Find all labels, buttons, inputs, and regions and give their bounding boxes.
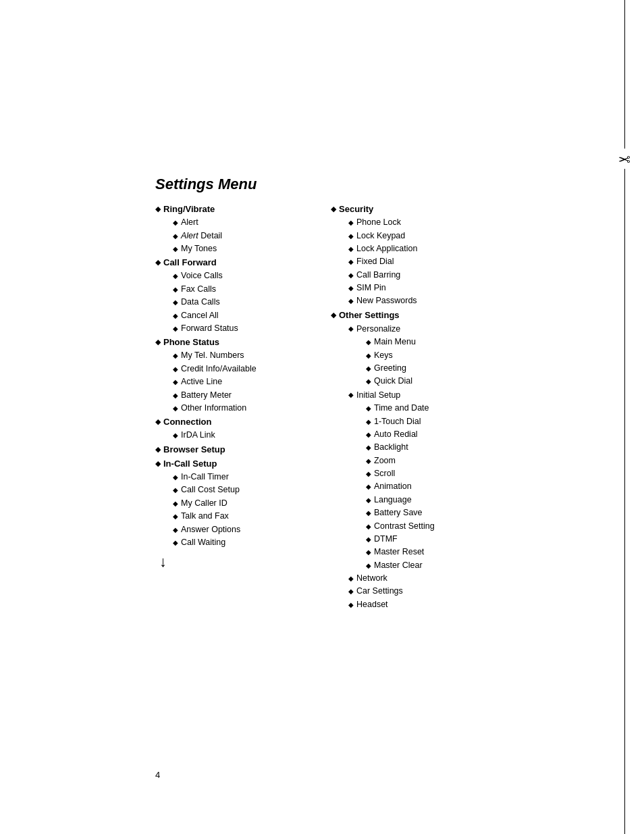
scissor-icon: ✂ (618, 150, 630, 167)
list-item: ◆ Network (348, 572, 435, 585)
list-item: ◆ Personalize ◆ Main Menu ◆ (348, 322, 435, 388)
list-item: ◆ Voice Calls (173, 269, 238, 282)
section-label: Call Forward (163, 257, 217, 267)
arrow-icon: ◆ (366, 337, 371, 348)
arrow-icon: ◆ (173, 284, 178, 295)
item-label: Lock Keypad (356, 230, 405, 242)
bullet-icon: ◆ (331, 309, 336, 321)
arrow-icon: ◆ (173, 485, 178, 496)
item-label: Main Menu (374, 336, 416, 348)
bullet-icon: ◆ (155, 458, 161, 469)
arrow-icon: ◆ (366, 403, 371, 414)
item-label: My Tones (181, 242, 217, 255)
list-item: ◆ Greeting (366, 362, 416, 375)
arrow-icon: ◆ (173, 244, 178, 255)
item-label: Scroll (374, 467, 395, 480)
item-label: Keys (374, 349, 393, 362)
arrow-icon: ◆ (173, 390, 178, 401)
item-label: Call Cost Setup (181, 484, 240, 496)
arrow-icon: ◆ (366, 495, 371, 506)
item-label: Backlight (374, 441, 408, 454)
arrow-icon: ◆ (173, 377, 178, 388)
item-label: Call Waiting (181, 536, 225, 549)
arrow-icon: ◆ (366, 534, 371, 545)
list-item: ◆ Battery Meter (173, 389, 257, 402)
list-item: ◆ Scroll (366, 467, 435, 480)
arrow-icon: ◆ (366, 521, 371, 532)
arrow-icon: ◆ (348, 283, 354, 294)
arrow-icon: ◆ (173, 297, 178, 308)
arrow-icon: ◆ (173, 271, 178, 282)
item-label: My Caller ID (181, 497, 227, 510)
list-item: ◆ IrDA Link (173, 429, 215, 442)
arrow-icon: ◆ (173, 403, 178, 414)
list-item: ◆ Cancel All (173, 309, 238, 322)
list-item: ◆ Time and Date (366, 402, 435, 415)
arrow-icon: ◆ (366, 442, 371, 453)
item-label: My Tel. Numbers (181, 349, 244, 362)
list-item: ◆ Data Calls (173, 296, 238, 309)
item-label: Personalize (356, 324, 400, 334)
section-label: Other Settings (339, 310, 400, 320)
item-label: Active Line (181, 375, 222, 388)
bullet-icon: ◆ (155, 416, 161, 427)
arrow-icon: ◆ (366, 456, 371, 467)
arrow-icon: ◆ (173, 511, 178, 522)
arrow-icon: ◆ (366, 481, 371, 492)
section-label: Phone Status (163, 337, 219, 347)
item-label: Alert (181, 216, 198, 229)
list-item: ◆ Alert Detail (173, 230, 222, 242)
list-item: ◆ Security ◆ Phone Lock ◆ Lock Keypad (331, 203, 520, 308)
list-item: ◆ 1-Touch Dial (366, 415, 435, 428)
left-column: ◆ Ring/Vibrate ◆ Alert ◆ Alert Detail (155, 203, 331, 571)
item-label: Greeting (374, 362, 406, 375)
cut-line: ✂ (618, 0, 630, 834)
list-item: ◆ Master Clear (366, 559, 435, 572)
item-label: Master Reset (374, 546, 424, 558)
section-label: Browser Setup (163, 443, 225, 457)
arrow-icon: ◆ (348, 244, 354, 255)
arrow-icon: ◆ (366, 350, 371, 361)
item-label: New Passwords (356, 294, 417, 307)
item-label: Cancel All (181, 309, 219, 322)
item-label: Lock Application (356, 242, 417, 255)
item-label: Zoom (374, 454, 396, 467)
list-item: ◆ Ring/Vibrate ◆ Alert ◆ Alert Detail (155, 203, 331, 255)
list-item: ◆ Main Menu (366, 336, 416, 348)
list-item: ◆ New Passwords (348, 294, 417, 307)
section-label: Security (339, 204, 373, 214)
sub-sub-items: ◆ Time and Date ◆ 1-Touch Dial ◆ (356, 402, 435, 572)
item-label: Call Barring (356, 269, 400, 282)
arrow-icon: ◆ (173, 350, 178, 361)
item-label: Initial Setup (356, 390, 400, 400)
bullet-icon: ◆ (155, 257, 161, 268)
sub-items: ◆ Phone Lock ◆ Lock Keypad ◆ Lock Applic… (339, 216, 417, 308)
item-label: Time and Date (374, 402, 429, 415)
arrow-icon: ◆ (348, 586, 354, 597)
item-label: Other Information (181, 402, 246, 415)
sub-items: ◆ In-Call Timer ◆ Call Cost Setup ◆ My C… (163, 471, 240, 549)
list-item: ◆ Alert (173, 216, 222, 229)
item-label: Credit Info/Available (181, 363, 257, 375)
list-item: ◆ Browser Setup (155, 443, 331, 457)
item-label: 1-Touch Dial (374, 415, 421, 428)
bullet-icon: ◆ (155, 336, 161, 348)
list-item: ◆ Lock Application (348, 242, 417, 255)
item-label: Language (374, 494, 412, 506)
list-item: ◆ Backlight (366, 441, 435, 454)
arrow-icon: ◆ (348, 296, 354, 307)
list-item: ◆ Keys (366, 349, 416, 362)
section-label: In-Call Setup (163, 459, 217, 469)
list-item: ◆ Call Forward ◆ Voice Calls ◆ Fax Calls (155, 256, 331, 335)
bullet-icon: ◆ (155, 203, 161, 215)
arrow-icon: ◆ (348, 231, 354, 242)
section-label: Ring/Vibrate (163, 204, 215, 214)
arrow-icon: ◆ (173, 430, 178, 441)
arrow-icon: ◆ (366, 469, 371, 479)
right-column: ◆ Security ◆ Phone Lock ◆ Lock Keypad (331, 203, 520, 612)
arrow-icon: ◆ (173, 217, 178, 228)
item-label: SIM Pin (356, 282, 386, 294)
arrow-icon: ◆ (348, 573, 354, 584)
list-item: ◆ Active Line (173, 375, 257, 388)
item-label: IrDA Link (181, 429, 215, 442)
